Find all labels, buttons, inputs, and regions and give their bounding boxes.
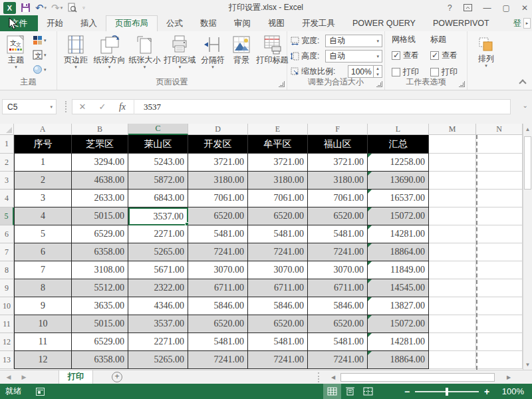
cell-C8[interactable]: 5671.00 — [128, 261, 188, 279]
cell-B4[interactable]: 2633.00 — [72, 190, 128, 207]
cell-B1[interactable]: 芝罘区 — [72, 135, 128, 154]
print-titles-button[interactable]: 打印标题 — [255, 33, 290, 79]
cell-C10[interactable]: 4346.00 — [128, 297, 188, 315]
cell-B5[interactable]: 5015.00 — [72, 207, 128, 225]
cell-N3[interactable] — [476, 172, 523, 190]
size-button[interactable]: 纸张大小▾ — [127, 33, 162, 79]
namebox-dropdown-icon[interactable]: ▾ — [50, 104, 53, 109]
cell-A4[interactable]: 3 — [14, 190, 72, 207]
sheet-nav-right-icon[interactable]: ▶ — [17, 374, 31, 380]
cell-A7[interactable]: 6 — [14, 243, 72, 261]
cell-F11[interactable]: 6520.00 — [308, 315, 368, 333]
cell-D10[interactable]: 5846.00 — [188, 297, 248, 315]
cell-D8[interactable]: 3070.00 — [188, 261, 248, 279]
cell-M10[interactable] — [429, 297, 476, 315]
checkbox-icon[interactable] — [392, 51, 400, 60]
cell-B6[interactable]: 6529.00 — [72, 225, 128, 243]
cell-A10[interactable]: 9 — [14, 297, 72, 315]
cell-F13[interactable]: 7241.00 — [308, 351, 368, 369]
column-header-B[interactable]: B — [72, 124, 128, 135]
cell-M7[interactable] — [429, 243, 476, 261]
cell-M12[interactable] — [429, 333, 476, 351]
cell-B2[interactable]: 3294.00 — [72, 154, 128, 172]
expand-arrow-icon[interactable]: ▸ — [523, 18, 531, 29]
scale-to-fit-dialog-launcher[interactable] — [376, 81, 382, 87]
themes-button[interactable]: 文文 主题 ▾ — [3, 33, 29, 79]
account-signin[interactable]: 登 ▸ — [513, 15, 532, 31]
cell-A9[interactable]: 8 — [14, 279, 72, 297]
background-button[interactable]: 背景 — [228, 33, 255, 79]
theme-colors-button[interactable]: ▾ — [31, 33, 48, 47]
row-header-11[interactable]: 11 — [0, 315, 14, 333]
cell-A13[interactable]: 12 — [14, 351, 72, 369]
cell-D11[interactable]: 6520.00 — [188, 315, 248, 333]
cell-C12[interactable]: 2271.00 — [128, 333, 188, 351]
row-header-9[interactable]: 9 — [0, 279, 14, 297]
scroll-down-icon[interactable]: ▼ — [523, 359, 532, 370]
cell-F10[interactable]: 5846.00 — [308, 297, 368, 315]
tab-scroll-splitter[interactable] — [318, 372, 319, 382]
cell-C4[interactable]: 6843.00 — [128, 190, 188, 207]
cell-L13[interactable]: 18864.00 — [368, 351, 429, 369]
cell-E1[interactable]: 牟平区 — [248, 135, 308, 154]
cell-N5[interactable] — [476, 207, 523, 225]
horizontal-scroll-thumb[interactable] — [340, 373, 495, 382]
cell-B7[interactable]: 6358.00 — [72, 243, 128, 261]
checkbox-icon[interactable] — [392, 68, 400, 76]
row-header-8[interactable]: 8 — [0, 261, 14, 279]
cell-A12[interactable]: 11 — [14, 333, 72, 351]
cell-D9[interactable]: 6711.00 — [188, 279, 248, 297]
cell-L7[interactable]: 18864.00 — [368, 243, 429, 261]
arrange-button[interactable]: 排列 ▾ — [473, 34, 499, 80]
cell-E2[interactable]: 3721.00 — [248, 154, 308, 172]
formula-bar-splitter[interactable] — [65, 101, 66, 112]
cell-C9[interactable]: 2322.00 — [128, 279, 188, 297]
undo-button[interactable]: ↶▾ — [35, 2, 47, 14]
cell-A6[interactable]: 5 — [14, 225, 72, 243]
cell-F6[interactable]: 5481.00 — [308, 225, 368, 243]
close-button[interactable]: ✕ — [521, 3, 528, 13]
cell-N1[interactable] — [476, 135, 523, 154]
row-header-10[interactable]: 10 — [0, 297, 14, 315]
select-all-button[interactable] — [0, 124, 14, 135]
cell-B9[interactable]: 5512.00 — [72, 279, 128, 297]
column-header-M[interactable]: M — [429, 124, 476, 135]
cell-F12[interactable]: 5481.00 — [308, 333, 368, 351]
cell-L9[interactable]: 14545.00 — [368, 279, 429, 297]
name-box[interactable]: C5 ▾ — [2, 99, 57, 114]
tab-formulas[interactable]: 公式 — [158, 15, 192, 31]
spin-up-icon[interactable]: ▲ — [374, 66, 382, 72]
cell-A5[interactable]: 4 — [14, 207, 72, 225]
cell-L3[interactable]: 13690.00 — [368, 172, 429, 190]
cell-E5[interactable]: 6520.00 — [248, 207, 308, 225]
cell-F1[interactable]: 福山区 — [308, 135, 368, 154]
cancel-icon[interactable]: ✕ — [72, 102, 92, 112]
headings-view-checkbox[interactable]: 查看 — [430, 50, 458, 61]
cell-F2[interactable]: 3721.00 — [308, 154, 368, 172]
cell-M5[interactable] — [429, 207, 476, 225]
print-area-button[interactable]: 打印区域▾ — [162, 33, 198, 79]
cell-E6[interactable]: 5481.00 — [248, 225, 308, 243]
cell-M2[interactable] — [429, 154, 476, 172]
cell-F8[interactable]: 3070.00 — [308, 261, 368, 279]
cell-B12[interactable]: 6529.00 — [72, 333, 128, 351]
cell-C6[interactable]: 2271.00 — [128, 225, 188, 243]
cell-C11[interactable]: 3537.00 — [128, 315, 188, 333]
cell-D2[interactable]: 3721.00 — [188, 154, 248, 172]
cell-N4[interactable] — [476, 190, 523, 207]
hscroll-left-icon[interactable]: ◀ — [329, 372, 338, 382]
tab-view[interactable]: 视图 — [259, 15, 293, 31]
column-header-E[interactable]: E — [248, 124, 308, 135]
cell-D1[interactable]: 开发区 — [188, 135, 248, 154]
cell-A11[interactable]: 10 — [14, 315, 72, 333]
cell-F5[interactable]: 6520.00 — [308, 207, 368, 225]
scroll-up-icon[interactable]: ▲ — [523, 124, 532, 134]
row-header-13[interactable]: 13 — [0, 351, 14, 369]
cell-D7[interactable]: 7241.00 — [188, 243, 248, 261]
tab-insert[interactable]: 插入 — [72, 15, 106, 31]
cell-E13[interactable]: 7241.00 — [248, 351, 308, 369]
row-header-12[interactable]: 12 — [0, 333, 14, 351]
column-header-C[interactable]: C — [128, 124, 188, 135]
checkbox-icon[interactable] — [430, 51, 439, 60]
column-header-N[interactable]: N — [476, 124, 523, 135]
